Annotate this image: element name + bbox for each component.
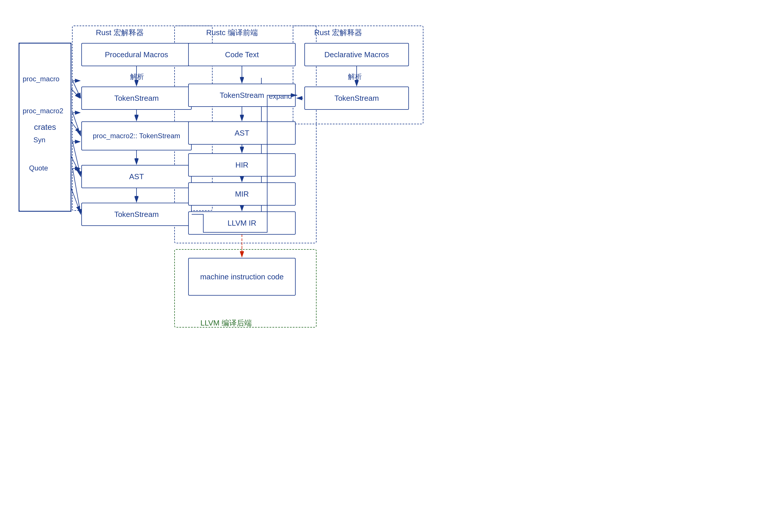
left-ast-box: AST (81, 165, 192, 188)
llvm-backend-label: LLVM 编译后端 (200, 318, 252, 328)
center-llvm-ir-box: LLVM IR (188, 211, 296, 235)
procedural-macros-box: Procedural Macros (81, 43, 192, 66)
left-tokenstream1-box: TokenStream (81, 86, 192, 110)
diagram-container: Rust 宏解释器 Rustc 编译前端 Rust 宏解释器 LLVM 编译后端… (0, 0, 776, 532)
rustc-frontend-label: Rustc 编译前端 (206, 28, 258, 38)
proc-macro2-label: proc_macro2 (23, 107, 63, 115)
left-tokenstream2-box: TokenStream (81, 203, 192, 226)
syn-label: Syn (33, 136, 45, 144)
center-hir-box: HIR (188, 153, 296, 177)
rust-macro-left-label: Rust 宏解释器 (96, 28, 144, 38)
rust-macro-right-label: Rust 宏解释器 (314, 28, 362, 38)
quote-label: Quote (29, 164, 48, 172)
expand-right-label: expand (269, 93, 292, 101)
machine-code-box: machine instruction code (188, 258, 296, 296)
center-mir-box: MIR (188, 182, 296, 206)
right-tokenstream-box: TokenStream (305, 86, 409, 110)
code-text-box: Code Text (188, 43, 296, 66)
declarative-macros-box: Declarative Macros (305, 43, 409, 66)
jiexi-right-label: 解析 (348, 72, 362, 81)
jiexi-left-label: 解析 (130, 72, 144, 81)
center-ast-box: AST (188, 121, 296, 145)
crates-box: crates (19, 43, 71, 211)
proc-macro-label: proc_macro (23, 75, 59, 83)
left-proc-macro2-ts-box: proc_macro2:: TokenStream (81, 121, 192, 150)
